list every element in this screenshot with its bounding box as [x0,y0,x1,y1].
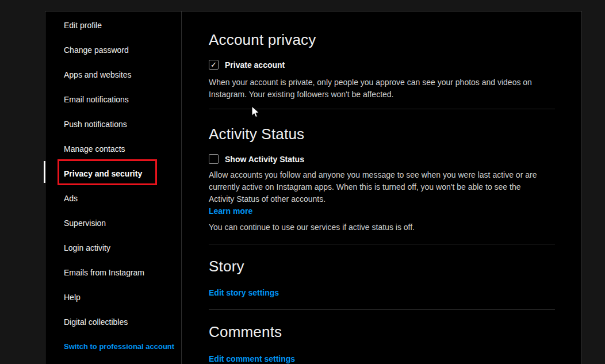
account-privacy-description: When your account is private, only peopl… [209,76,547,101]
sidebar-item-privacy-and-security[interactable]: Privacy and security [45,161,181,186]
learn-more-link[interactable]: Learn more [209,205,252,217]
section-divider [209,244,555,244]
sidebar-item-change-password[interactable]: Change password [45,37,181,62]
show-activity-status-row: Show Activity Status [209,154,555,164]
sidebar-item-digital-collectibles[interactable]: Digital collectibles [45,309,181,334]
sidebar-item-ads[interactable]: Ads [45,186,181,210]
section-divider [209,109,555,109]
sidebar-item-help[interactable]: Help [45,285,181,309]
settings-panel: Edit profile Change password Apps and we… [45,11,582,364]
activity-status-note: You can continue to use our services if … [209,221,555,233]
private-account-label[interactable]: Private account [225,60,285,70]
sidebar-item-manage-contacts[interactable]: Manage contacts [45,136,181,161]
check-icon: ✓ [210,61,217,68]
switch-to-professional-account-link[interactable]: Switch to professional account [45,334,181,359]
account-privacy-heading: Account privacy [209,31,555,48]
sidebar-item-push-notifications[interactable]: Push notifications [45,112,181,136]
sidebar-item-email-notifications[interactable]: Email notifications [45,87,181,112]
section-divider [209,309,555,310]
edit-comment-settings-link[interactable]: Edit comment settings [209,353,295,364]
sidebar-item-supervision[interactable]: Supervision [45,210,181,235]
activity-status-description: Allow accounts you follow and anyone you… [209,169,547,205]
sidebar-item-emails-from-instagram[interactable]: Emails from Instagram [45,260,181,285]
activity-status-heading: Activity Status [209,125,555,143]
show-activity-status-label[interactable]: Show Activity Status [225,155,304,164]
sidebar-item-login-activity[interactable]: Login activity [45,235,181,260]
settings-sidebar: Edit profile Change password Apps and we… [45,12,182,364]
active-item-indicator [44,161,45,183]
comments-heading: Comments [209,323,555,340]
sidebar-item-edit-profile[interactable]: Edit profile [45,13,181,37]
edit-story-settings-link[interactable]: Edit story settings [209,287,279,299]
privacy-settings-content: Account privacy ✓ Private account When y… [182,12,581,364]
private-account-row: ✓ Private account [209,60,555,70]
show-activity-status-checkbox[interactable] [209,154,219,164]
sidebar-item-apps-and-websites[interactable]: Apps and websites [45,62,181,87]
story-heading: Story [209,258,555,275]
private-account-checkbox[interactable]: ✓ [209,60,219,70]
